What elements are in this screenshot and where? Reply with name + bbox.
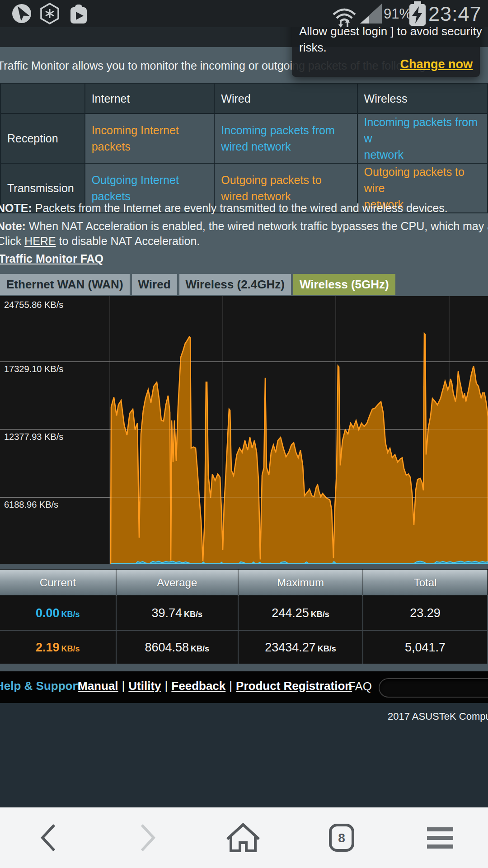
wifi-traffic-icon [331,0,357,28]
forward-icon [139,823,155,852]
tab-wireless-2-4ghz-[interactable]: Wireless (2.4GHz) [179,274,291,295]
y-axis-label: 24755.86 KB/s [4,300,63,310]
footer-link-feedback[interactable]: Feedback [171,679,225,693]
stat-current: 0.00KB/s [0,596,116,630]
battery-charging-icon [408,1,427,27]
footer-link-product-registration[interactable]: Product Registration [236,679,352,693]
back-icon [41,823,57,852]
tab-count: 8 [338,831,345,845]
info-header-3: Wireless [357,83,488,113]
battery-percent: 91% [384,6,412,22]
stat-total: 23.29 [363,596,488,630]
info-header-1: Internet [85,83,215,113]
change-now-link[interactable]: Change now [400,57,473,71]
stats-header-current: Current [0,569,116,596]
stat-average: 8604.58KB/s [116,630,238,664]
footer-links: Manual|Utility|Feedback|Product Registra… [78,679,352,693]
forward-button[interactable] [129,820,165,856]
link-separator: | [118,679,129,693]
tab-wireless-5ghz-[interactable]: Wireless (5GHz) [293,274,395,295]
series-transmission [111,334,488,564]
info-cell: Incoming packets from wired network [214,113,357,163]
send-circle-icon [12,4,31,23]
menu-icon [426,826,454,849]
note-1: NOTE: Packets from the Internet are even… [0,202,448,215]
note-nat: Click HERE to disable NAT Acceleration. [0,235,200,248]
footer-link-utility[interactable]: Utility [128,679,161,693]
stats-row-reception: 0.00KB/s 39.74KB/s 244.25KB/s 23.29 [0,596,488,630]
status-bar: 91% 23:47 [0,0,488,27]
tab-wired[interactable]: Wired [132,274,177,295]
stats-header-maximum: Maximum [238,569,363,596]
hexagon-app-icon [41,4,58,24]
traffic-stats-table: CurrentAverageMaximumTotal 0.00KB/s 39.7… [0,569,488,664]
row-label: Reception [0,113,85,163]
traffic-info-table: InternetWiredWirelessReceptionIncoming I… [0,83,488,213]
copyright-text: 2017 ASUSTeK Computer I [388,711,488,722]
notification-icons [12,0,102,27]
note-2: Note: When NAT Acceleration is enabled, … [0,220,488,233]
help-support-link[interactable]: Help & Support [0,679,81,693]
divider-bar-bottom [0,664,488,671]
clock: 23:47 [428,2,482,26]
menu-button[interactable] [422,820,458,856]
stat-average: 39.74KB/s [116,596,238,630]
info-header-0 [0,83,85,113]
faq-search-input[interactable] [379,678,488,698]
info-cell: Incoming Internet packets [85,113,215,163]
traffic-monitor-faq-link[interactable]: Traffic Monitor FAQ [0,252,103,265]
stat-current: 2.19KB/s [0,630,116,664]
screen: 91% 23:47 Traffic Monitor allows you to … [0,0,488,868]
footer-bar: Help & Support Manual|Utility|Feedback|P… [0,671,488,703]
info-header-2: Wired [214,83,357,113]
tabs-button[interactable]: 8 [324,820,360,856]
back-button[interactable] [31,820,67,856]
traffic-chart-plot [0,296,488,564]
info-cell: Incoming packets from w network [357,113,488,163]
stat-maximum: 244.25KB/s [238,596,363,630]
tab-bar: Ethernet WAN (WAN)WiredWireless (2.4GHz)… [0,274,395,295]
y-axis-label: 6188.96 KB/s [4,500,58,510]
stats-header-average: Average [116,569,238,596]
traffic-chart: 24755.86 KB/s17329.10 KB/s12377.93 KB/s6… [0,296,488,564]
page-content: Traffic Monitor allows you to monitor th… [0,47,488,296]
tab-ethernet-wan-wan-[interactable]: Ethernet WAN (WAN) [0,274,130,295]
lower-area: 2017 ASUSTeK Computer I [0,703,488,807]
tooltip-text-2: risks. [299,41,327,55]
divider-bar-top [0,564,488,569]
link-separator: | [161,679,172,693]
play-store-icon [70,5,87,24]
cellular-signal-icon [359,0,383,27]
here-link[interactable]: HERE [24,235,56,247]
stat-total: 5,041.7 [363,630,488,664]
browser-nav-bar: 8 [0,807,488,868]
info-row-reception: ReceptionIncoming Internet packetsIncomi… [0,113,488,163]
stats-row-transmission: 2.19KB/s 8604.58KB/s 23434.27KB/s 5,041.… [0,630,488,664]
y-axis-label: 17329.10 KB/s [4,364,63,374]
home-icon [225,823,261,853]
faq-label: FAQ [348,679,372,693]
stats-header-total: Total [363,569,488,596]
home-button[interactable] [225,820,261,856]
footer-link-manual[interactable]: Manual [78,679,118,693]
link-separator: | [225,679,236,693]
stat-maximum: 23434.27KB/s [238,630,363,664]
y-axis-label: 12377.93 KB/s [4,432,63,442]
tabs-icon: 8 [328,823,355,852]
info-header-row: InternetWiredWireless [0,83,488,113]
